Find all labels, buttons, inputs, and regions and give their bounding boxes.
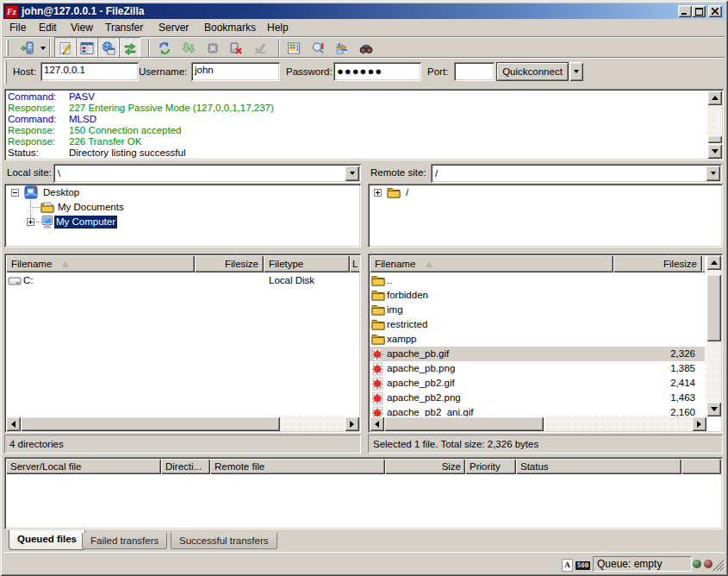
tab-failed-transfers[interactable]: Failed transfers (82, 533, 167, 549)
scroll-right-button[interactable] (692, 416, 706, 431)
folder-icon (371, 304, 386, 316)
left-arrow-icon (11, 421, 16, 428)
site-manager-button[interactable] (16, 37, 38, 59)
dropdown-arrow-icon (40, 47, 46, 50)
tab-successful-transfers[interactable]: Successful transfers (171, 533, 277, 549)
scrollbar-thumb[interactable] (707, 135, 722, 143)
reconnect-button[interactable] (249, 37, 271, 59)
remote-list-header: Filename Filesize (370, 255, 705, 272)
scroll-up-button[interactable] (707, 91, 722, 105)
process-queue-button[interactable] (177, 37, 199, 59)
column-header-remote-file[interactable]: Remote file (210, 459, 385, 474)
scrollbar-thumb[interactable] (384, 416, 544, 431)
scroll-up-button[interactable] (706, 255, 721, 270)
scroll-left-button[interactable] (6, 416, 21, 431)
cancel-button[interactable] (202, 37, 223, 59)
remote-file-row[interactable]: apache_pb2.gif2,414 (370, 376, 705, 391)
tree-item-label[interactable]: My Documents (56, 201, 126, 214)
sync-browse-button[interactable] (331, 37, 352, 59)
quickconnect-button[interactable]: Quickconnect (496, 62, 569, 81)
tree-item-my-documents[interactable]: My Documents (4, 200, 361, 215)
menu-view[interactable]: View (65, 19, 99, 36)
combo-dropdown-button[interactable] (345, 166, 359, 181)
speed-limits-indicator[interactable]: 500 (576, 561, 590, 570)
refresh-button[interactable] (153, 37, 175, 59)
transfer-type-indicator[interactable]: A (562, 559, 573, 572)
menu-server[interactable]: Server (152, 19, 195, 36)
tree-item-label[interactable]: / (404, 186, 410, 199)
remote-file-row[interactable]: xampp (370, 332, 705, 347)
remote-file-row[interactable]: .. (370, 273, 705, 288)
close-button[interactable] (708, 5, 722, 17)
toggle-queue-button[interactable] (119, 37, 140, 59)
remote-list-vscrollbar[interactable] (706, 255, 721, 416)
remote-site-combo[interactable]: / (431, 164, 722, 183)
tree-item-desktop[interactable]: Desktop (4, 185, 361, 200)
remote-file-row[interactable]: apache_pb.gif2,326 (370, 347, 705, 361)
scrollbar-thumb[interactable] (706, 274, 721, 341)
column-header-filetype[interactable]: Filetype (264, 255, 350, 272)
site-manager-dropdown[interactable] (37, 37, 49, 59)
column-header-filesize[interactable]: Filesize (613, 255, 702, 272)
column-header-priority[interactable]: Priority (465, 459, 516, 474)
port-label: Port: (427, 63, 448, 81)
column-header-size[interactable]: Size (385, 459, 465, 474)
image-file-icon (370, 377, 384, 391)
scroll-down-button[interactable] (707, 144, 722, 159)
password-label: Password: (286, 63, 333, 81)
local-list-hscrollbar[interactable] (6, 416, 359, 431)
scrollbar-thumb[interactable] (21, 416, 280, 431)
host-input[interactable]: 127.0.0.1 (40, 62, 139, 81)
find-button[interactable] (355, 37, 376, 59)
expand-icon[interactable] (27, 218, 34, 226)
tree-item-root[interactable]: / (368, 185, 723, 200)
port-input[interactable] (454, 62, 495, 81)
tab-queued-files[interactable]: Queued files (9, 530, 85, 550)
remote-file-row[interactable]: restricted (370, 317, 705, 332)
username-input[interactable]: john (191, 62, 280, 81)
resize-grip[interactable] (712, 559, 725, 572)
remote-file-row[interactable]: img (370, 303, 705, 317)
menu-transfer[interactable]: Transfer (99, 19, 149, 36)
local-site-combo[interactable]: \ (53, 164, 361, 183)
menu-edit[interactable]: Edit (33, 19, 63, 36)
file-row-c-drive[interactable]: C: Local Disk (6, 273, 359, 288)
combo-dropdown-button[interactable] (706, 166, 720, 181)
tree-item-my-computer[interactable]: My Computer (4, 215, 361, 229)
column-header-direction[interactable]: Directi... (161, 459, 210, 474)
column-header-filename[interactable]: Filename (6, 255, 195, 272)
scroll-down-button[interactable] (706, 402, 721, 416)
collapse-icon[interactable] (11, 189, 19, 197)
maximize-button[interactable] (692, 5, 706, 17)
toolbar-separator (278, 39, 280, 57)
compare-button[interactable] (307, 37, 328, 59)
remote-file-row[interactable]: apache_pb.png1,385 (370, 361, 705, 376)
toggle-message-log-button[interactable] (54, 37, 76, 59)
quickconnect-dropdown[interactable] (569, 62, 583, 81)
column-header-filename[interactable]: Filename (370, 255, 613, 272)
password-input[interactable]: ●●●●●● (333, 62, 421, 81)
remote-file-row[interactable]: apache_pb2.png1,463 (370, 391, 705, 405)
column-header-status[interactable]: Status (516, 459, 681, 474)
tree-item-label[interactable]: Desktop (41, 186, 81, 199)
menu-bookmarks[interactable]: Bookmarks (198, 19, 262, 36)
column-header-last-modified[interactable]: L (350, 255, 359, 272)
column-header-filesize[interactable]: Filesize (195, 255, 264, 272)
filter-button[interactable] (283, 37, 304, 59)
toggle-remote-tree-button[interactable] (97, 37, 119, 59)
log-scrollbar[interactable] (707, 91, 722, 159)
dropdown-arrow-icon (574, 70, 579, 73)
tree-item-label[interactable]: My Computer (54, 216, 117, 229)
column-header-server-local-file[interactable]: Server/Local file (6, 459, 161, 474)
file-size (613, 273, 695, 288)
toggle-local-tree-button[interactable] (76, 37, 97, 59)
menu-help[interactable]: Help (261, 19, 295, 36)
remote-file-row[interactable]: forbidden (370, 288, 705, 303)
remote-list-hscrollbar[interactable] (370, 416, 706, 431)
minimize-button[interactable] (678, 5, 692, 17)
menu-file[interactable]: File (3, 19, 32, 36)
scroll-left-button[interactable] (370, 416, 384, 431)
disconnect-button[interactable] (225, 37, 246, 59)
scroll-right-button[interactable] (345, 416, 359, 431)
expand-icon[interactable] (374, 189, 382, 197)
